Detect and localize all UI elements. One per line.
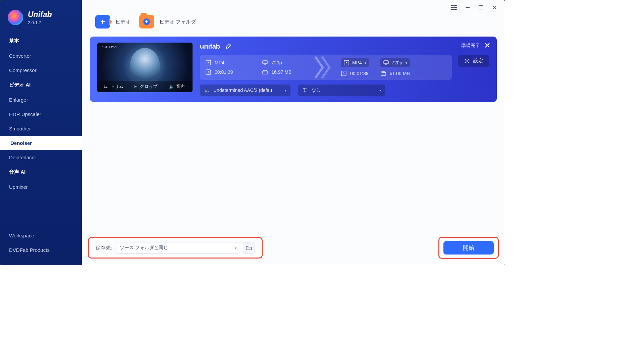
save-label: 保存先:: [96, 245, 112, 251]
crop-button[interactable]: ✂クロップ: [129, 83, 161, 90]
speaker-icon: 🔈: [169, 83, 175, 90]
task-card: 準備完了 PICTORY.AI ⇆トリム ✂クロップ 🔈音声 unifab: [90, 37, 497, 102]
task-close-button[interactable]: [484, 42, 491, 49]
source-size: 16.97 MB: [262, 69, 309, 75]
monitor-icon: [262, 60, 268, 66]
svg-rect-0: [479, 6, 483, 9]
crop-icon: ✂: [132, 83, 139, 90]
nav-item-converter[interactable]: Converter: [0, 49, 82, 63]
nav-item-denoiser[interactable]: Denoiser: [0, 136, 82, 150]
source-format: MP4: [205, 60, 251, 66]
folder-icon: [246, 245, 252, 250]
arrow-icon: [314, 55, 334, 80]
app-logo: [8, 10, 23, 25]
svg-rect-2: [263, 61, 267, 64]
add-folder-button[interactable]: + ビデオ フォルダ: [139, 15, 196, 29]
thumbnail-image: [130, 48, 160, 85]
browse-folder-button[interactable]: [243, 242, 255, 253]
app-version: 2.0.1.7: [28, 20, 52, 25]
save-destination-select[interactable]: ソース フォルダと同じ ▾: [116, 242, 240, 253]
app-name: Unifab: [28, 10, 52, 19]
text-icon: T: [302, 87, 308, 93]
maximize-button[interactable]: [477, 4, 485, 11]
settings-label: 設定: [473, 58, 483, 64]
chevron-down-icon: ▾: [235, 246, 236, 250]
plus-video-icon: +: [95, 15, 110, 29]
add-video-label: ビデオ: [115, 19, 130, 25]
add-video-button[interactable]: + ビデオ: [95, 15, 130, 29]
source-duration: 00:01:39: [205, 69, 251, 75]
output-duration: 00:01:39: [341, 70, 369, 76]
nav-item-hdr-upscaler[interactable]: HDR Upscaler: [0, 107, 82, 121]
nav-item-compressor[interactable]: Compressor: [0, 63, 82, 77]
clock-icon: [205, 69, 211, 75]
disk-icon: [262, 69, 268, 75]
clock-icon: [341, 70, 347, 76]
nav-item-smoother[interactable]: Smoother: [0, 122, 82, 135]
chevron-down-icon: ▾: [379, 89, 381, 92]
source-resolution: 720p: [262, 60, 309, 66]
audio-button[interactable]: 🔈音声: [161, 83, 193, 90]
output-size: 61.00 MB: [380, 70, 410, 76]
gear-icon: [464, 58, 470, 64]
edit-filename-button[interactable]: [225, 43, 232, 50]
trim-button[interactable]: ⇆トリム: [97, 83, 129, 90]
close-window-button[interactable]: [491, 4, 498, 11]
plus-folder-icon: +: [139, 15, 154, 29]
video-thumbnail[interactable]: PICTORY.AI ⇆トリム ✂クロップ 🔈音声: [97, 43, 193, 92]
output-resolution-select[interactable]: 720p▾: [380, 58, 410, 67]
trim-icon: ⇆: [103, 83, 109, 90]
sidebar: Unifab 2.0.1.7 基本 Converter Compressor ビ…: [0, 0, 82, 265]
play-icon: [343, 60, 350, 66]
brand-block: Unifab 2.0.1.7: [0, 6, 82, 34]
chevron-down-icon: ▾: [285, 89, 286, 92]
task-filename: unifab: [200, 43, 220, 50]
add-folder-label: ビデオ フォルダ: [159, 19, 196, 25]
nav-section-video-ai: ビデオ AI: [0, 78, 82, 92]
titlebar: [82, 0, 505, 11]
disk-icon: [380, 70, 386, 76]
output-format-select[interactable]: MP4▾: [341, 58, 369, 67]
nav-item-enlarger[interactable]: Enlarger: [0, 93, 82, 107]
minimize-button[interactable]: [464, 4, 471, 11]
thumbnail-watermark: PICTORY.AI: [101, 45, 117, 49]
menu-button[interactable]: [450, 4, 458, 11]
task-status: 準備完了: [461, 43, 480, 49]
settings-button[interactable]: 設定: [458, 55, 489, 67]
play-icon: [205, 60, 211, 66]
nav-item-workspace[interactable]: Workspace: [0, 229, 82, 242]
save-destination-box: 保存先: ソース フォルダと同じ ▾: [88, 237, 263, 259]
nav-item-upmixer[interactable]: Upmixer: [0, 180, 82, 194]
nav: 基本 Converter Compressor ビデオ AI Enlarger …: [0, 34, 82, 194]
start-button[interactable]: 開始: [443, 241, 494, 255]
nav-section-basic: 基本: [0, 34, 82, 48]
svg-rect-7: [384, 61, 388, 64]
main: + ビデオ + ビデオ フォルダ 準備完了 PICTORY.AI ⇆トリム: [82, 0, 505, 265]
start-box: 開始: [438, 237, 499, 259]
nav-section-audio-ai: 音声 AI: [0, 165, 82, 179]
nav-item-deinterlacer[interactable]: Deinterlacer: [0, 151, 82, 164]
monitor-icon: [383, 60, 389, 66]
nav-item-dvdfab-products[interactable]: DVDFab Products: [0, 243, 82, 257]
chevron-down-icon: ▾: [406, 61, 407, 65]
audio-track-select[interactable]: 🔈Undetermined AAC/2 (defau ▾: [200, 84, 290, 96]
subtitle-select[interactable]: Tなし ▾: [298, 84, 385, 96]
svg-point-11: [466, 60, 468, 62]
chevron-down-icon: ▾: [365, 61, 366, 65]
speaker-icon: 🔈: [204, 87, 210, 93]
